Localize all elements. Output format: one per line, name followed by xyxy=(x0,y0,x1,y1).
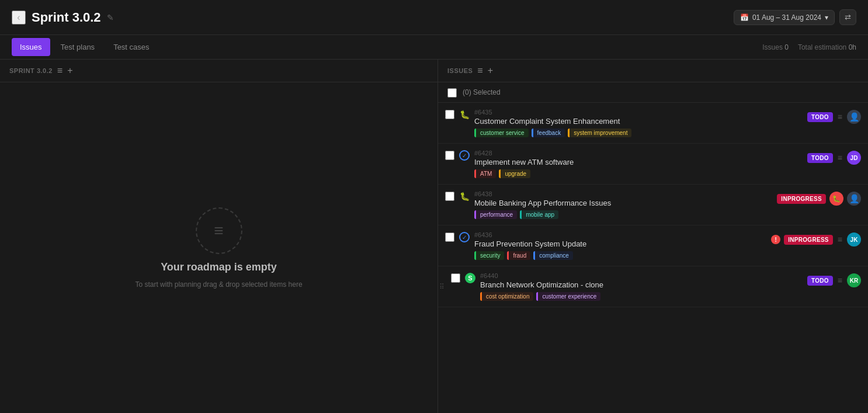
left-add-button[interactable]: + xyxy=(67,65,72,76)
left-panel: SPRINT 3.0.2 ≡ + ≡ Your roadmap is empty… xyxy=(0,60,438,413)
check-circle-icon: ✓ xyxy=(459,232,470,242)
issue-checkbox[interactable] xyxy=(445,232,454,242)
issue-id: #6436 xyxy=(474,231,766,238)
avatar: 👤 xyxy=(847,110,861,124)
left-filter-button[interactable]: ≡ xyxy=(57,65,63,76)
tag: ATM xyxy=(474,169,496,178)
issue-meta: TODO ≡ JD xyxy=(807,151,861,165)
tabs-left: Issues Test plans Test cases xyxy=(12,38,158,56)
edit-icon[interactable]: ✎ xyxy=(107,13,114,22)
tab-issues[interactable]: Issues xyxy=(12,38,50,56)
table-row: ✓ #6436 Fraud Prevention System Update s… xyxy=(438,225,868,266)
bug-icon: 🐛 xyxy=(459,109,470,120)
tag: system improvement xyxy=(568,129,631,137)
issue-name: Implement new ATM software xyxy=(474,158,803,166)
status-badge: INPROGRESS xyxy=(777,194,826,204)
issue-content: #6438 Mobile Banking App Performance Iss… xyxy=(474,190,772,219)
issues-add-button[interactable]: + xyxy=(488,65,493,76)
date-selector[interactable]: 📅 01 Aug – 31 Aug 2024 ▾ xyxy=(734,10,835,25)
avatar-bug: 🐛 xyxy=(829,192,843,206)
issues-list: 🐛 #6435 Customer Complaint System Enhanc… xyxy=(438,103,868,413)
issue-name: Branch Network Optimization - clone xyxy=(480,280,803,289)
tabs-right: Issues 0 Total estimation 0h xyxy=(762,43,856,51)
issue-name: Mobile Banking App Performance Issues xyxy=(474,199,772,207)
select-all-checkbox[interactable] xyxy=(447,88,457,98)
filter-button[interactable]: ⇄ xyxy=(839,9,856,25)
status-badge: INPROGRESS xyxy=(784,235,833,245)
tag: customer experience xyxy=(536,292,600,301)
filter-icon: ⇄ xyxy=(845,13,851,22)
issue-tags: cost optimization customer experience xyxy=(480,292,803,301)
bug-icon: 🐛 xyxy=(459,191,470,202)
date-range-label: 01 Aug – 31 Aug 2024 xyxy=(752,13,821,22)
issue-id: #6438 xyxy=(474,190,772,197)
issue-content: #6435 Customer Complaint System Enhancem… xyxy=(474,109,803,137)
selection-count: (0) Selected xyxy=(463,88,501,96)
table-row: 🐛 #6435 Customer Complaint System Enhanc… xyxy=(438,103,868,144)
back-button[interactable]: ‹ xyxy=(12,11,26,25)
menu-dots-icon[interactable]: ≡ xyxy=(836,234,843,245)
header-right: 📅 01 Aug – 31 Aug 2024 ▾ ⇄ xyxy=(734,9,856,25)
main-content: SPRINT 3.0.2 ≡ + ≡ Your roadmap is empty… xyxy=(0,60,868,413)
header: ‹ Sprint 3.0.2 ✎ 📅 01 Aug – 31 Aug 2024 … xyxy=(0,0,868,35)
empty-title: Your roadmap is empty xyxy=(161,261,277,273)
issue-checkbox[interactable] xyxy=(445,192,454,201)
issue-checkbox[interactable] xyxy=(445,110,454,119)
header-left: ‹ Sprint 3.0.2 ✎ xyxy=(12,10,114,25)
status-badge: TODO xyxy=(807,276,833,286)
issue-tags: performance mobile app xyxy=(474,210,772,219)
tag: security xyxy=(474,251,504,260)
issue-id: #6428 xyxy=(474,150,803,157)
tag: upgrade xyxy=(499,169,530,178)
story-icon: S xyxy=(465,273,475,283)
issues-count-label: Issues 0 xyxy=(762,43,789,51)
tag: mobile app xyxy=(520,210,558,219)
tag: compliance xyxy=(533,251,573,260)
menu-dots-icon[interactable]: ≡ xyxy=(836,111,843,123)
left-panel-header: SPRINT 3.0.2 ≡ + xyxy=(0,60,438,82)
tab-test-plans[interactable]: Test plans xyxy=(53,38,103,56)
menu-dots-icon[interactable]: ≡ xyxy=(836,275,843,286)
avatar: JD xyxy=(847,151,861,165)
chevron-down-icon: ▾ xyxy=(825,13,828,22)
issue-content: #6440 Branch Network Optimization - clon… xyxy=(480,272,803,301)
total-estimation-label: Total estimation 0h xyxy=(798,43,856,51)
issue-id: #6435 xyxy=(474,109,803,116)
issue-content: #6428 Implement new ATM software ATM upg… xyxy=(474,150,803,178)
issues-filter-button[interactable]: ≡ xyxy=(477,65,482,76)
issue-tags: ATM upgrade xyxy=(474,169,803,178)
empty-subtitle: To start with planning drag & drop selec… xyxy=(135,280,302,289)
tag: fraud xyxy=(507,251,530,260)
table-row: ⠿ S #6440 Branch Network Optimization - … xyxy=(438,266,868,307)
issues-panel-header: ISSUES ≡ + xyxy=(438,60,868,82)
issue-checkbox[interactable] xyxy=(445,151,454,160)
avatar: JK xyxy=(847,232,861,247)
issue-checkbox[interactable] xyxy=(451,273,460,283)
issue-tags: security fraud compliance xyxy=(474,251,766,260)
issue-meta: TODO ≡ 👤 xyxy=(807,110,861,124)
tab-test-cases[interactable]: Test cases xyxy=(105,38,157,56)
priority-icon: ! xyxy=(771,235,780,244)
issue-name: Fraud Prevention System Update xyxy=(474,240,766,248)
sprint-title: Sprint 3.0.2 xyxy=(32,10,101,25)
tag: customer service xyxy=(474,129,529,137)
tabs-bar: Issues Test plans Test cases Issues 0 To… xyxy=(0,35,868,60)
issue-meta: ! INPROGRESS ≡ JK xyxy=(771,232,861,247)
tag: feedback xyxy=(532,129,565,137)
issue-meta: TODO ≡ KR xyxy=(807,273,861,287)
check-circle-icon: ✓ xyxy=(459,150,470,161)
right-panel: ISSUES ≡ + (0) Selected 🐛 #6435 Customer… xyxy=(438,60,868,413)
tag: cost optimization xyxy=(480,292,533,301)
issue-id: #6440 xyxy=(480,272,803,279)
issue-tags: customer service feedback system improve… xyxy=(474,129,803,137)
avatar: KR xyxy=(847,273,861,287)
selection-bar: (0) Selected xyxy=(438,82,868,103)
left-panel-label: SPRINT 3.0.2 xyxy=(9,67,53,74)
drag-handle-icon[interactable]: ⠿ xyxy=(439,283,445,291)
empty-icon: ≡ xyxy=(196,207,242,254)
menu-dots-icon[interactable]: ≡ xyxy=(836,152,843,164)
status-badge: TODO xyxy=(807,153,833,163)
issues-panel-label: ISSUES xyxy=(447,67,473,74)
tag: performance xyxy=(474,210,517,219)
calendar-icon: 📅 xyxy=(740,13,749,22)
